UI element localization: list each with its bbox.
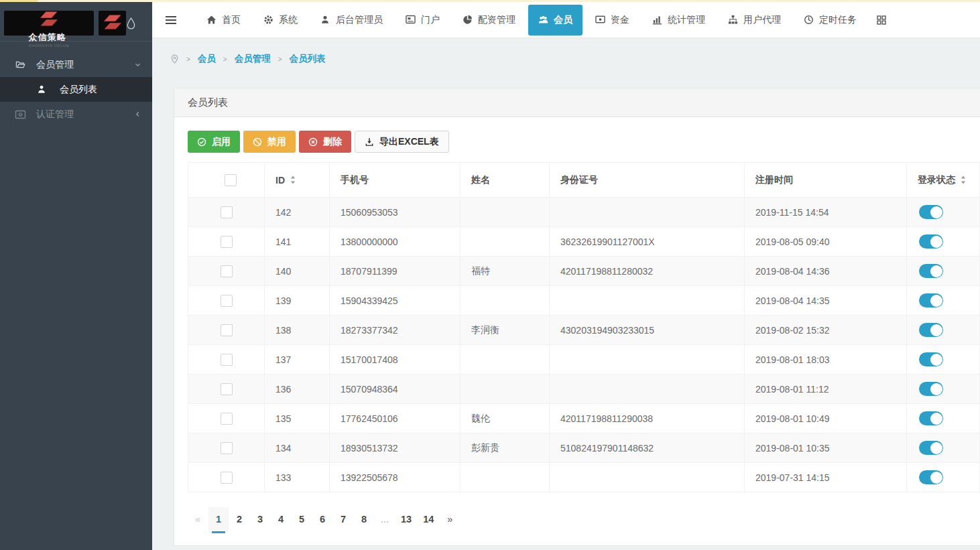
nav-item-label: 用户代理	[743, 14, 781, 26]
table-row: 1411380000000036232619901127001X2019-08-…	[188, 227, 980, 257]
page-button-1[interactable]: 1	[208, 507, 229, 533]
column-header-label: 姓名	[471, 174, 490, 186]
cell-name: 魏伦	[461, 404, 550, 433]
table-row: 13517762450106魏伦4201171988112900382019-0…	[188, 404, 980, 433]
page-button-4[interactable]: 4	[271, 507, 291, 533]
row-checkbox[interactable]	[221, 354, 233, 366]
export-excel-button[interactable]: 导出EXCEL表	[355, 131, 449, 153]
page-button-2[interactable]: 2	[229, 507, 249, 533]
chart-icon	[652, 15, 662, 25]
x-circle-icon	[308, 137, 318, 147]
nav-item-scheduled-tasks[interactable]: 定时任务	[794, 5, 867, 36]
login-status-toggle[interactable]	[919, 352, 943, 366]
nav-item-label: 统计管理	[668, 14, 705, 26]
download-icon	[365, 137, 374, 147]
row-checkbox[interactable]	[221, 442, 233, 454]
ban-circle-icon	[253, 137, 262, 147]
nav-item-statistics-management[interactable]: 统计管理	[642, 5, 715, 36]
login-status-toggle[interactable]	[919, 205, 943, 219]
page-button-5[interactable]: 5	[292, 507, 312, 533]
login-status-toggle[interactable]	[919, 323, 943, 337]
cell-id: 133	[265, 463, 330, 492]
row-checkbox[interactable]	[221, 265, 233, 277]
breadcrumb-link-3[interactable]: 会员列表	[290, 53, 326, 65]
nav-item-member[interactable]: 会员	[528, 5, 583, 36]
login-status-toggle[interactable]	[919, 382, 943, 396]
login-status-toggle[interactable]	[919, 470, 943, 484]
page-button-13[interactable]: 13	[395, 507, 417, 533]
brand-logo-mini[interactable]	[99, 11, 126, 36]
sidebar-toggle-button[interactable]	[164, 13, 178, 27]
cell-id: 135	[265, 404, 330, 433]
page-button-3[interactable]: 3	[250, 507, 270, 533]
cell-id: 139	[265, 286, 330, 316]
grid-menu-icon[interactable]	[873, 12, 890, 28]
breadcrumb-separator: >	[186, 56, 190, 63]
cell-name	[461, 463, 550, 492]
enable-button[interactable]: 启用	[188, 131, 240, 153]
breadcrumb-link-1[interactable]: 会员	[198, 53, 216, 65]
pie-icon	[463, 15, 473, 25]
sort-icon[interactable]	[290, 176, 296, 184]
nav-item-funding-management[interactable]: 配资管理	[452, 5, 526, 36]
nav-item-admin[interactable]: 后台管理员	[310, 5, 393, 36]
cell-id: 141	[265, 227, 330, 257]
column-header-label: 注册时间	[755, 174, 793, 186]
pagination-next-button[interactable]: »	[440, 507, 460, 533]
cell-idcard	[550, 198, 745, 227]
page-button-14[interactable]: 14	[418, 507, 439, 533]
cell-name	[461, 374, 550, 404]
login-status-toggle[interactable]	[919, 293, 943, 307]
login-status-toggle[interactable]	[919, 264, 943, 278]
page-button-6[interactable]: 6	[312, 507, 332, 533]
login-status-toggle[interactable]	[919, 441, 943, 455]
cell-idcard: 430203194903233015	[550, 316, 745, 345]
page-button-8[interactable]: 8	[354, 507, 374, 533]
delete-button[interactable]: 删除	[299, 131, 351, 153]
sidebar-item-auth-management[interactable]: 认证管理	[0, 102, 152, 127]
row-checkbox[interactable]	[221, 472, 233, 484]
nav-item-system[interactable]: 系统	[253, 5, 308, 36]
member-icon	[37, 84, 50, 95]
cell-id: 134	[265, 433, 330, 463]
pagination-prev-button[interactable]: «	[188, 507, 208, 533]
cell-phone: 13922505678	[330, 463, 461, 492]
login-status-toggle[interactable]	[919, 234, 943, 249]
cell-phone: 15070948364	[330, 374, 461, 404]
row-checkbox[interactable]	[221, 206, 233, 218]
nav-item-portal[interactable]: 门户	[395, 5, 450, 36]
sidebar-item-member-list[interactable]: 会员列表	[0, 77, 152, 102]
row-checkbox[interactable]	[221, 295, 233, 307]
nav-item-funds[interactable]: 资金	[585, 5, 639, 36]
nav-item-home[interactable]: 首页	[196, 5, 251, 36]
row-checkbox[interactable]	[221, 236, 233, 248]
cell-idcard: 510824197901148632	[550, 433, 745, 463]
sort-icon[interactable]	[961, 176, 966, 184]
check-circle-icon	[197, 137, 206, 147]
water-drop-icon[interactable]	[126, 17, 136, 30]
row-checkbox[interactable]	[221, 324, 233, 336]
table-row: 142150609530532019-11-15 14:54	[188, 198, 980, 227]
row-checkbox[interactable]	[221, 413, 233, 425]
sidebar-item-member-management[interactable]: 会员管理	[0, 52, 152, 77]
cell-name	[461, 227, 550, 257]
select-all-checkbox[interactable]	[225, 174, 237, 186]
cell-regtime: 2019-08-05 09:40	[745, 227, 907, 257]
page-button-7[interactable]: 7	[333, 507, 353, 533]
brand-logo[interactable]: 众信策略 ZHONGXIN CELUE	[4, 11, 94, 36]
nav-item-user-agent[interactable]: 用户代理	[718, 5, 791, 36]
column-header-label: 登录状态	[918, 174, 955, 186]
cell-idcard: 420117198811280032	[550, 257, 745, 286]
money-icon	[595, 15, 605, 25]
disable-button[interactable]: 禁用	[243, 131, 296, 153]
cell-regtime: 2019-11-15 14:54	[745, 198, 907, 227]
nav-item-label: 系统	[279, 14, 298, 26]
cell-id: 142	[265, 198, 330, 227]
login-status-toggle[interactable]	[919, 411, 943, 425]
breadcrumb-link-2[interactable]: 会员管理	[235, 53, 271, 65]
clock-icon	[804, 15, 814, 25]
sidebar: 众信策略 ZHONGXIN CELUE 会员管理会员列表认证管理	[0, 0, 152, 550]
column-header-id[interactable]: ID	[265, 163, 330, 198]
column-header-status[interactable]: 登录状态	[907, 163, 980, 198]
row-checkbox[interactable]	[221, 383, 233, 395]
